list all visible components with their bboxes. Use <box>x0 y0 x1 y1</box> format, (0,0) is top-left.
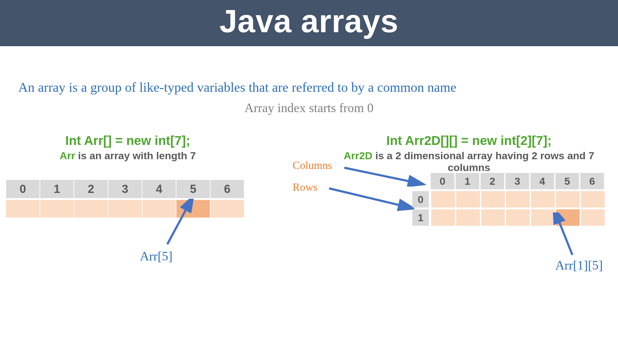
arr2d-cell <box>431 191 455 208</box>
arr2d-col-header-cell: 2 <box>481 173 504 189</box>
arr1d-index-cell: 1 <box>40 180 74 198</box>
arr2d-cell <box>556 191 580 208</box>
arr1d-index-row: 0123456 <box>6 180 249 198</box>
arr2d-col-header-cell: 6 <box>580 173 604 189</box>
arr2d-col-header-cell: 5 <box>555 173 579 189</box>
arr1d-index-cell: 5 <box>176 180 210 198</box>
arr2d-cell <box>481 209 505 226</box>
arr2d-cell <box>581 191 605 208</box>
svg-line-2 <box>329 188 404 206</box>
arr2d-name: Arr2D <box>344 150 372 161</box>
arr1d-name: Arr <box>60 150 75 161</box>
svg-line-0 <box>167 205 189 244</box>
arr1d-cell <box>210 200 244 218</box>
arr1d-description: Arr is an array with length 7 <box>6 150 249 162</box>
definition-text: An array is a group of like-typed variab… <box>0 46 618 95</box>
arr2d-col-header-cell: 0 <box>431 173 454 189</box>
arr1d-index-cell: 4 <box>142 180 176 198</box>
arr2d-row <box>431 191 606 208</box>
svg-line-3 <box>557 217 572 255</box>
arr1d-grid: 0123456 <box>6 180 249 218</box>
arr2d-cell <box>506 209 530 226</box>
arr2d-pointer-label: Arr[1][5] <box>555 258 603 273</box>
arr1d-index-cell: 0 <box>6 180 40 198</box>
arr1d-index-cell: 3 <box>108 180 142 198</box>
slide-title: Java arrays <box>219 3 398 39</box>
arr1d-desc-rest: is an array with length 7 <box>75 150 196 161</box>
arr1d-cell <box>6 200 40 218</box>
arr1d-index-cell: 6 <box>210 180 244 198</box>
arr1d-cell <box>40 200 74 218</box>
array-2d-panel: Int Arr2D[][] = new int[2][7]; Arr2D is … <box>290 133 606 218</box>
subnote-text: Array index starts from 0 <box>0 101 618 115</box>
arr1d-index-cell: 2 <box>74 180 108 198</box>
array-1d-panel: Int Arr[] = new int[7]; Arr is an array … <box>6 133 249 218</box>
arrow-rows <box>326 184 414 214</box>
columns-label: Columns <box>293 159 332 172</box>
arr2d-cell <box>431 209 455 226</box>
arr2d-col-headers: 0123456 <box>431 173 606 189</box>
arr2d-cell <box>456 191 480 208</box>
diagram-area: Int Arr[] = new int[7]; Arr is an array … <box>0 133 618 218</box>
arr2d-cell <box>531 191 555 208</box>
arr2d-cell <box>456 209 480 226</box>
arrow-arr1d <box>155 199 198 247</box>
rows-label: Rows <box>293 181 318 194</box>
arr1d-cell <box>74 200 108 218</box>
arrow-arr2d <box>548 212 585 258</box>
arr2d-declaration: Int Arr2D[][] = new int[2][7]; <box>332 133 606 148</box>
arr1d-pointer-label: Arr[5] <box>140 249 172 263</box>
arr2d-cell <box>506 191 530 208</box>
arr2d-cell <box>481 191 505 208</box>
arr2d-col-header-cell: 1 <box>456 173 479 189</box>
arr2d-row-header-cell: 1 <box>412 209 429 226</box>
svg-line-1 <box>344 168 414 182</box>
arr1d-cell <box>108 200 142 218</box>
arr1d-cell-row <box>6 198 249 218</box>
arr2d-col-header-cell: 3 <box>505 173 529 189</box>
arr1d-declaration: Int Arr[] = new int[7]; <box>6 133 249 148</box>
arr2d-row-headers: 01 <box>412 191 429 228</box>
arr2d-row-header-cell: 0 <box>412 191 429 208</box>
arr2d-col-header-cell: 4 <box>530 173 554 189</box>
slide-title-bar: Java arrays <box>0 0 618 46</box>
